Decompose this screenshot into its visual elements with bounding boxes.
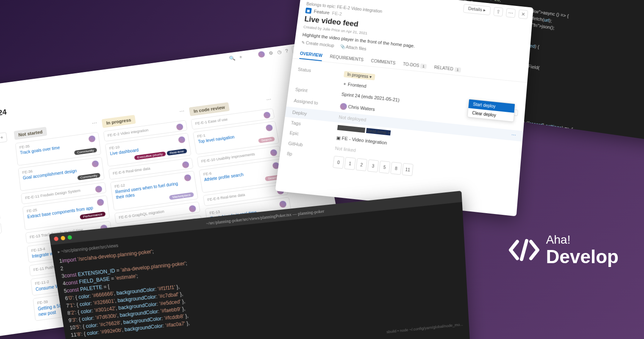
tag-realtime: Real-time (167, 148, 187, 156)
feature-icon: ▣ (305, 8, 311, 14)
column-more-icon[interactable]: ⋯ (179, 108, 185, 114)
poker-label: 8p (286, 151, 334, 168)
tag-community: Community (74, 147, 97, 155)
window-maximize-icon[interactable] (67, 235, 72, 240)
poker-3[interactable]: 3 (367, 159, 379, 172)
tag-marketplace: Marketplace (169, 192, 194, 200)
tag-execpri: Executive priority (134, 151, 166, 160)
assignee-name[interactable]: Chris Waters (348, 104, 375, 111)
column-header: In progress (102, 115, 136, 128)
tag-community: Community (77, 173, 100, 181)
aha-develop-logo: Aha! Develop (509, 233, 619, 267)
feature-detail-panel: Details ▸ ⇪ ⋯ ✕ Belongs to epic: FE-E-2 … (275, 0, 533, 216)
add-column-button[interactable]: + (0, 132, 7, 143)
poker-8[interactable]: 8 (390, 162, 402, 175)
clock-icon[interactable]: ◷ (277, 49, 282, 55)
deploy-more-icon[interactable]: ⋯ (511, 132, 516, 138)
feature-id: FE-2 (332, 11, 342, 17)
poker-5[interactable]: 5 (379, 161, 390, 174)
epic-value[interactable]: FE - Video integration (341, 136, 387, 145)
column-more-icon[interactable]: ⋯ (266, 97, 272, 103)
tag-realtime[interactable]: Real-time × (366, 128, 391, 136)
tag-community[interactable]: Community × (337, 125, 365, 133)
more-icon[interactable]: ⋯ (506, 8, 516, 18)
help-icon[interactable]: ? (285, 48, 289, 54)
share-icon[interactable]: ⇪ (493, 7, 503, 17)
tag-perf: Performance (80, 211, 105, 220)
logo-product: Develop (546, 247, 619, 267)
tag-search: Search (258, 136, 275, 143)
plus-icon[interactable]: + (239, 54, 243, 60)
poker-2[interactable]: 2 (356, 158, 367, 171)
search-icon[interactable]: 🔍 (229, 55, 236, 61)
column-header: In code review (189, 102, 230, 116)
poker-11[interactable]: 11 (402, 163, 414, 176)
column-more-icon[interactable]: ⋯ (92, 120, 97, 126)
code-brackets-icon (509, 238, 539, 262)
window-minimize-icon[interactable] (61, 236, 66, 240)
logo-brand: Aha! (546, 233, 619, 247)
assignee-avatar (340, 103, 347, 110)
window-close-icon[interactable] (54, 236, 59, 241)
user-avatar[interactable] (258, 51, 266, 58)
gear-icon[interactable]: ⚙ (268, 50, 274, 56)
card-fragment[interactable]: Lot (0, 222, 2, 239)
feature-type: Feature (314, 9, 330, 15)
close-icon[interactable]: ✕ (518, 9, 528, 19)
column-header: Not started (14, 127, 47, 140)
poker-0[interactable]: 0 (333, 156, 344, 169)
poker-1[interactable]: 1 (344, 157, 355, 170)
details-button[interactable]: Details ▸ (463, 4, 491, 15)
